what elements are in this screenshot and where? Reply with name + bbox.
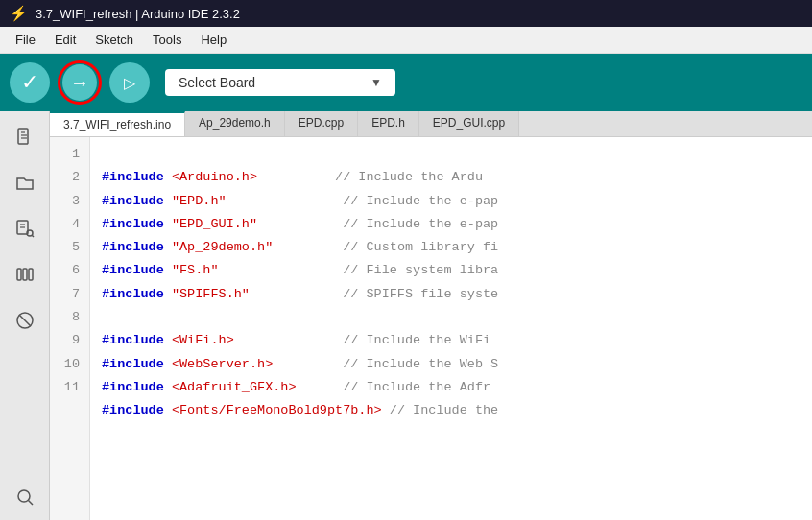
tab-epd-gui-cpp[interactable]: EPD_GUI.cpp — [419, 111, 519, 136]
verify-icon: ✓ — [21, 70, 38, 95]
debug-button[interactable]: ▷ — [109, 62, 150, 103]
svg-line-15 — [28, 501, 33, 506]
menu-sketch[interactable]: Sketch — [87, 31, 141, 49]
code-content[interactable]: #include <Arduino.h> // Include the Ardu… — [90, 137, 812, 520]
window-title: 3.7_WIFI_refresh | Arduino IDE 2.3.2 — [36, 7, 240, 21]
svg-rect-0 — [18, 129, 28, 144]
title-bar: ⚡ 3.7_WIFI_refresh | Arduino IDE 2.3.2 — [0, 0, 812, 27]
menu-tools[interactable]: Tools — [145, 31, 189, 49]
svg-line-13 — [19, 315, 31, 326]
menu-edit[interactable]: Edit — [47, 31, 84, 49]
toolbar: ✓ → ▷ Select Board ▼ — [0, 54, 812, 111]
tab-ap29demo[interactable]: Ap_29demo.h — [185, 111, 285, 136]
sidebar-item-folder[interactable] — [10, 167, 40, 198]
svg-rect-9 — [17, 269, 21, 280]
svg-rect-10 — [23, 269, 27, 280]
sidebar-item-block[interactable] — [10, 305, 40, 336]
verify-button[interactable]: ✓ — [10, 62, 50, 103]
sidebar-item-search[interactable] — [10, 482, 40, 512]
tab-epd-cpp[interactable]: EPD.cpp — [285, 111, 358, 136]
tabs: 3.7_WIFI_refresh.ino Ap_29demo.h EPD.cpp… — [50, 111, 812, 137]
svg-point-14 — [18, 490, 30, 502]
upload-button[interactable]: → — [58, 60, 102, 105]
tab-main-ino[interactable]: 3.7_WIFI_refresh.ino — [50, 111, 185, 136]
editor-area: 3.7_WIFI_refresh.ino Ap_29demo.h EPD.cpp… — [50, 111, 812, 520]
sidebar — [0, 111, 50, 520]
debug-icon: ▷ — [124, 74, 135, 92]
upload-icon: → — [70, 72, 89, 94]
app-icon: ⚡ — [10, 5, 28, 22]
board-select[interactable]: Select Board ▼ — [165, 69, 395, 96]
main-area: 3.7_WIFI_refresh.ino Ap_29demo.h EPD.cpp… — [0, 111, 812, 520]
svg-line-8 — [32, 236, 34, 238]
menu-bar: File Edit Sketch Tools Help — [0, 27, 812, 54]
board-select-text: Select Board — [179, 75, 255, 90]
tab-epd-h[interactable]: EPD.h — [358, 111, 419, 136]
sidebar-item-library[interactable] — [10, 259, 40, 290]
svg-rect-11 — [29, 269, 33, 280]
chevron-down-icon: ▼ — [370, 76, 382, 89]
sidebar-item-search-code[interactable] — [10, 213, 40, 244]
line-numbers: 1 2 3 4 5 6 7 8 9 10 11 — [50, 137, 90, 520]
menu-file[interactable]: File — [8, 31, 43, 49]
menu-help[interactable]: Help — [193, 31, 234, 49]
code-editor[interactable]: 1 2 3 4 5 6 7 8 9 10 11 #include <Arduin… — [50, 137, 812, 520]
sidebar-item-files[interactable] — [10, 121, 40, 152]
